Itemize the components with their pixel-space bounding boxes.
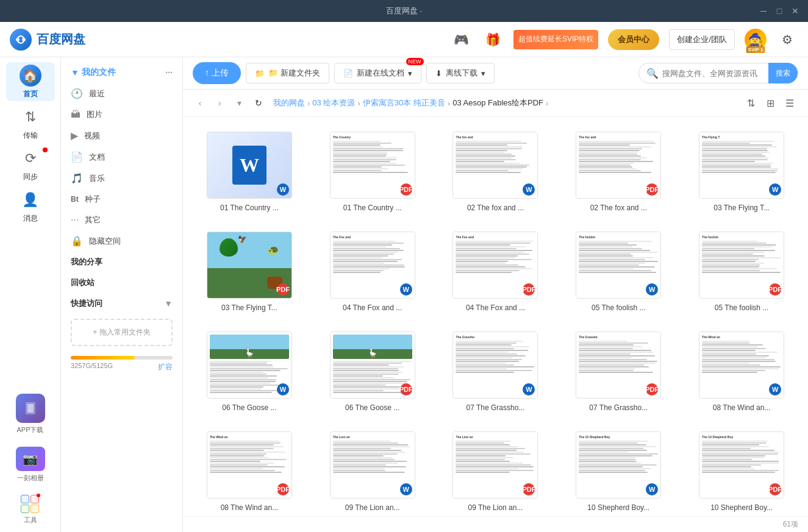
file-item[interactable]: The Grassho PDF 07 The Grassho... (562, 327, 675, 417)
minimize-button[interactable]: ─ (758, 5, 769, 16)
file-thumb-inner: The 10 Shepherd Boy PDF (699, 432, 784, 498)
file-item[interactable]: The fox and PDF 02 The fox and ... (562, 127, 675, 217)
expand-button[interactable]: 扩容 (158, 362, 173, 372)
list-view-button[interactable]: ☰ (781, 94, 798, 112)
left-nav: ▼ 我的文件 ··· 🕐 最近 🏔 图片 ▶ 视频 (61, 57, 183, 532)
enterprise-button[interactable]: 创建企业/团队 (669, 29, 735, 50)
nav-item-photos[interactable]: 🏔 图片 (61, 104, 182, 125)
nav-item-docs[interactable]: 📄 文档 (61, 146, 182, 168)
main-window: 百度网盘 🎮 🎁 超值续费延长SVIP特权 会员中心 创建企业/团队 🧙 SVI… (0, 22, 808, 532)
trash-label: 回收站 (61, 272, 182, 293)
game-icon[interactable]: 🎮 (450, 29, 472, 51)
search-box: 🔍 搜索 (638, 63, 798, 83)
nav-item-videos[interactable]: ▶ 视频 (61, 125, 182, 146)
dropdown-nav-icon[interactable]: ▾ (232, 96, 246, 110)
file-thumb-inner: The Fox and W (331, 232, 415, 298)
file-name: 01 The Country ... (343, 204, 402, 212)
file-name: 02 The fox and ... (467, 204, 524, 212)
file-name: 07 The Grassho... (467, 403, 525, 412)
download-icon: ⬇ (435, 69, 442, 78)
file-item[interactable]: The Wind an W 08 The Wind an... (685, 327, 798, 417)
search-button[interactable]: 搜索 (768, 63, 798, 83)
file-item[interactable]: The foolish PDF 05 The foolish ... (685, 227, 798, 317)
file-thumbnail: The Fox and W (330, 232, 415, 299)
refresh-button[interactable]: ↻ (251, 96, 266, 110)
file-item[interactable]: W W 01 The Country ... (193, 127, 306, 217)
member-center-button[interactable]: 会员中心 (608, 29, 659, 50)
file-thumbnail: The 10 Shepherd Boy W (576, 431, 661, 498)
file-type-badge: PDF (277, 283, 289, 296)
file-type-badge: PDF (277, 483, 289, 495)
file-thumbnail: 🐢 🦅 PDF (207, 232, 292, 299)
docs-icon: 📄 (71, 151, 83, 163)
file-name: 01 The Country ... (220, 204, 279, 212)
new-folder-button[interactable]: 📁 📁 新建文件夹 (246, 63, 329, 83)
sidebar-label-tools: 工具 (24, 516, 37, 525)
vip-promo-button[interactable]: 超值续费延长SVIP特权 (513, 30, 598, 49)
offline-download-button[interactable]: ⬇ 离线下载 ▾ (426, 63, 495, 83)
title-bar: 百度网盘 · ─ □ ✕ (0, 0, 808, 22)
breadcrumb-current: 03 Aesop Fables绘本PDF (452, 98, 543, 108)
file-thumb-inner: The fox and PDF (576, 132, 660, 198)
file-type-badge: PDF (769, 283, 781, 296)
storage-fill (71, 356, 135, 360)
avatar[interactable]: 🧙 SVIP 1 (745, 29, 767, 51)
quick-access-collapse-icon[interactable]: ▼ (164, 299, 173, 308)
file-item[interactable]: The Flying T W 03 The Flying T... (685, 127, 798, 217)
file-thumbnail: The foolish W (576, 232, 661, 299)
nav-item-recent[interactable]: 🕐 最近 (61, 83, 182, 104)
file-thumb-inner: W W (207, 132, 291, 198)
file-item[interactable]: The 10 Shepherd Boy W 10 Shepherd Boy... (562, 427, 675, 516)
file-item[interactable]: The Lion an W 09 The Lion an... (316, 427, 429, 516)
file-item[interactable]: The foolish W 05 The foolish ... (562, 227, 675, 317)
nav-item-bt[interactable]: Bt 种子 (61, 189, 182, 210)
sidebar-item-sync[interactable]: ⟳ 同步 (6, 145, 55, 184)
file-item[interactable]: The Country PDF 01 The Country ... (316, 127, 429, 217)
file-item[interactable]: The Lion an PDF 09 The Lion an... (439, 427, 552, 516)
sidebar-item-transfer[interactable]: ⇅ 传输 (6, 104, 55, 143)
file-item[interactable]: The Grassho W 07 The Grassho... (439, 327, 552, 417)
breadcrumb-path1[interactable]: 03 绘本资源 (312, 98, 355, 108)
file-item[interactable]: The Fox and PDF 04 The Fox and ... (439, 227, 552, 317)
nav-item-hidden[interactable]: 🔒 隐藏空间 (61, 230, 182, 252)
gift-icon[interactable]: 🎁 (482, 29, 504, 51)
sidebar-item-tools[interactable]: 工具 (6, 490, 55, 530)
file-thumbnail: The fox and PDF (576, 132, 661, 199)
file-thumb-inner: The Grassho W (453, 332, 537, 398)
nav-item-other[interactable]: ··· 其它 (61, 210, 182, 230)
nav-item-music[interactable]: 🎵 音乐 (61, 168, 182, 189)
sidebar-item-app[interactable]: APP下载 (6, 389, 55, 439)
file-item[interactable]: 🐢 🦅 PDF 03 The Flying T... (193, 227, 306, 317)
sidebar-item-home[interactable]: 🏠 首页 (6, 62, 55, 101)
back-button[interactable]: ‹ (193, 96, 207, 110)
sidebar-item-message[interactable]: 👤 消息 (6, 186, 55, 225)
file-thumbnail: The Flying T W (699, 132, 784, 199)
search-input[interactable] (662, 69, 765, 78)
logo-area: 百度网盘 (10, 29, 85, 51)
sidebar-item-album[interactable]: 📷 一刻相册 (6, 442, 55, 488)
new-doc-button[interactable]: 📄 新建在线文档 ▾ (334, 63, 421, 83)
breadcrumb-path2[interactable]: 伊索寓言30本 纯正美音 (363, 98, 445, 108)
file-item[interactable]: 🪿 PDF 06 The Goose ... (316, 327, 429, 417)
drop-zone[interactable]: + 拖入常用文件夹 (71, 319, 173, 346)
file-item[interactable]: The Fox and W 04 The Fox and ... (316, 227, 429, 317)
breadcrumb-root[interactable]: 我的网盘 (273, 98, 305, 108)
settings-icon[interactable]: ⚙ (776, 29, 798, 51)
search-icon: 🔍 (646, 68, 659, 79)
new-folder-icon: 📁 (255, 69, 265, 78)
close-button[interactable]: ✕ (790, 5, 801, 16)
file-item[interactable]: The 10 Shepherd Boy PDF 10 Shepherd Boy.… (685, 427, 798, 516)
forward-button[interactable]: › (212, 96, 227, 110)
file-name: 05 The foolish ... (592, 303, 646, 312)
sort-button[interactable]: ⇅ (742, 94, 759, 112)
upload-button[interactable]: ↑ 上传 (193, 62, 241, 84)
file-thumbnail: The foolish PDF (699, 232, 784, 299)
file-thumb-inner: 🐢 🦅 PDF (207, 232, 291, 298)
file-item[interactable]: The Wind an PDF 08 The Wind an... (193, 427, 306, 516)
grid-view-button[interactable]: ⊞ (762, 94, 779, 112)
file-item[interactable]: The fox and W 02 The fox and ... (439, 127, 552, 217)
file-item[interactable]: 🪿 W 06 The Goose ... (193, 327, 306, 417)
maximize-button[interactable]: □ (774, 5, 785, 16)
recent-icon: 🕐 (71, 88, 83, 99)
content-area: 🏠 首页 ⇅ 传输 ⟳ 同步 👤 消息 (0, 57, 808, 532)
